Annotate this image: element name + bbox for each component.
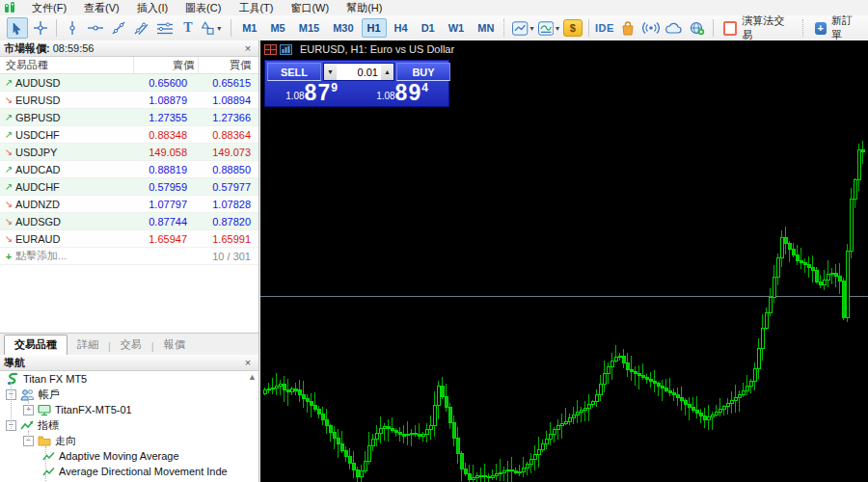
cursor-tool-button[interactable] <box>7 17 28 39</box>
timeframe-mn[interactable]: MN <box>472 18 500 38</box>
deposit-button[interactable]: $ <box>562 17 583 39</box>
timeframe-w1[interactable]: W1 <box>443 18 471 38</box>
volume-stepper: ▼ ▲ <box>323 63 394 81</box>
table-row[interactable]: ↗ AUDCAD 0.88819 0.88850 <box>0 161 258 178</box>
tree-item-broker[interactable]: Titan FX MT5 <box>0 371 258 387</box>
column-bid[interactable]: 賣價 <box>134 57 199 73</box>
add-symbol-row[interactable]: + 點擊添加... 10 / 301 <box>0 248 258 265</box>
sell-price[interactable]: 1.08 87 9 <box>267 82 356 104</box>
table-row[interactable]: ↗ USDCHF 0.88348 0.88364 <box>0 126 258 144</box>
table-row[interactable]: ↗ AUDCHF 0.57959 0.57977 <box>0 178 258 196</box>
ask-price: 0.87820 <box>191 216 258 228</box>
community-button[interactable] <box>687 17 708 39</box>
new-order-icon: + <box>815 22 827 35</box>
vertical-line-tool-button[interactable] <box>62 17 83 39</box>
vps-button[interactable] <box>664 17 685 39</box>
table-row[interactable]: ↘ EURUSD 1.08879 1.08894 <box>0 92 258 109</box>
indicators-button[interactable]: ▾ <box>537 17 560 39</box>
buy-button[interactable]: BUY <box>396 63 450 81</box>
ask-price: 0.65615 <box>191 77 258 89</box>
market-watch-time: 08:59:56 <box>53 42 95 54</box>
algo-trading-icon <box>723 21 738 36</box>
ask-price: 1.08894 <box>191 94 258 106</box>
market-watch-titlebar: 市場報價: 08:59:56 × <box>0 40 258 57</box>
tree-item-indicator[interactable]: Average Directional Movement Inde <box>0 464 258 479</box>
menu-window[interactable]: 窗口(W) <box>282 0 338 15</box>
column-ask[interactable]: 買價 <box>199 57 258 73</box>
tab-trading[interactable]: 交易 <box>111 335 151 355</box>
column-symbol[interactable]: 交易品種 <box>0 57 134 73</box>
tree-item-indicator[interactable]: Adaptive Moving Average <box>0 448 258 464</box>
sell-button[interactable]: SELL <box>267 63 321 81</box>
tree-item-account-server[interactable]: + TitanFX-MT5-01 <box>0 402 258 417</box>
table-row[interactable]: ↘ AUDSGD 0.87744 0.87820 <box>0 213 258 230</box>
menu-charts[interactable]: 圖表(C) <box>176 0 230 15</box>
tab-symbols[interactable]: 交易品種 <box>4 335 68 355</box>
navigator-titlebar: 導航 × <box>0 355 258 371</box>
mt5-logo-icon <box>6 372 19 386</box>
mt5-app-icon <box>4 2 17 13</box>
volume-input[interactable] <box>337 64 381 80</box>
metaeditor-button[interactable]: IDE <box>594 17 615 39</box>
timeframe-d1[interactable]: D1 <box>416 18 441 38</box>
tab-details[interactable]: 詳細 <box>68 335 108 355</box>
menu-insert[interactable]: 插入(I) <box>128 0 176 15</box>
trend-arrow-icon: ↗ <box>2 112 15 122</box>
bid-price: 1.08879 <box>127 94 191 106</box>
tree-item-indicators[interactable]: − 指標 <box>0 417 258 433</box>
tree-item-trend-folder[interactable]: − 走向 <box>0 433 258 448</box>
timeframe-m1[interactable]: M1 <box>236 18 262 38</box>
ask-price: 0.88364 <box>191 129 258 141</box>
table-row[interactable]: ↗ GBPUSD 1.27355 1.27366 <box>0 109 258 126</box>
signals-button[interactable] <box>640 17 662 39</box>
algo-trading-button[interactable]: 演算法交易 <box>719 17 799 39</box>
channel-tool-button[interactable] <box>131 17 152 39</box>
timeframe-m30[interactable]: M30 <box>327 18 359 38</box>
menu-bar: 文件(F) 查看(V) 插入(I) 圖表(C) 工具(T) 窗口(W) 幫助(H… <box>0 0 868 15</box>
depth-of-market-icon <box>264 44 277 55</box>
text-tool-button[interactable]: T <box>177 17 199 39</box>
market-watch-title: 市場報價: <box>4 41 50 56</box>
trend-arrow-icon: ↘ <box>2 199 15 209</box>
bid-price: 1.65947 <box>127 233 191 245</box>
new-order-button[interactable]: + 新訂單 <box>810 17 867 39</box>
ide-icon: IDE <box>595 22 614 34</box>
shapes-tool-button[interactable]: ▾ <box>201 17 222 39</box>
timeframe-h1[interactable]: H1 <box>362 18 387 38</box>
timeframe-m5[interactable]: M5 <box>264 18 290 38</box>
table-row[interactable]: ↘ EURAUD 1.65947 1.65991 <box>0 230 258 248</box>
market-button[interactable] <box>617 17 638 39</box>
fibonacci-tool-button[interactable] <box>154 17 176 39</box>
navigator-close-icon[interactable]: × <box>241 357 255 368</box>
menu-view[interactable]: 查看(V) <box>75 0 128 15</box>
trendline-tool-button[interactable] <box>108 17 129 39</box>
price-chart[interactable]: EURUSD, H1: Euro vs US Dollar SELL ▼ ▲ B… <box>260 40 868 482</box>
menu-help[interactable]: 幫助(H) <box>338 0 391 15</box>
chart-type-button[interactable]: ▾ <box>511 17 534 39</box>
buy-price[interactable]: 1.08 89 4 <box>358 82 447 104</box>
scroll-up-icon[interactable]: ▲ <box>248 373 257 382</box>
tree-item-accounts[interactable]: − 帳戶 <box>0 387 258 402</box>
crosshair-icon <box>34 21 47 35</box>
chart-titlebar: EURUSD, H1: Euro vs US Dollar <box>264 43 454 55</box>
timeframe-m15[interactable]: M15 <box>293 18 325 38</box>
market-watch-close-icon[interactable]: × <box>241 42 255 54</box>
menu-tools[interactable]: 工具(T) <box>230 0 282 15</box>
menu-file[interactable]: 文件(F) <box>23 0 75 15</box>
symbol-label: AUDCHF <box>15 181 127 193</box>
symbol-label: EURUSD <box>15 94 127 106</box>
table-row[interactable]: ↗ AUDUSD 0.65600 0.65615 <box>0 74 258 92</box>
volume-decrease-icon[interactable]: ▼ <box>324 64 337 80</box>
volume-increase-icon[interactable]: ▲ <box>381 64 393 80</box>
timeframe-h4[interactable]: H4 <box>389 18 414 38</box>
tab-ticks[interactable]: 報價 <box>154 335 195 355</box>
horizontal-line-tool-button[interactable] <box>85 17 106 39</box>
table-row[interactable]: ↘ AUDNZD 1.07797 1.07828 <box>0 196 258 213</box>
table-row[interactable]: ↘ USDJPY 149.058 149.073 <box>0 144 258 161</box>
bid-price: 1.27355 <box>127 112 191 123</box>
symbol-label: AUDCAD <box>15 164 127 175</box>
crosshair-tool-button[interactable] <box>30 17 51 39</box>
add-symbol-label: 點擊添加... <box>15 249 67 263</box>
navigator-tree: ▲ Titan FX MT5 − 帳戶 + <box>0 371 258 482</box>
bid-price: 0.57959 <box>127 181 191 193</box>
